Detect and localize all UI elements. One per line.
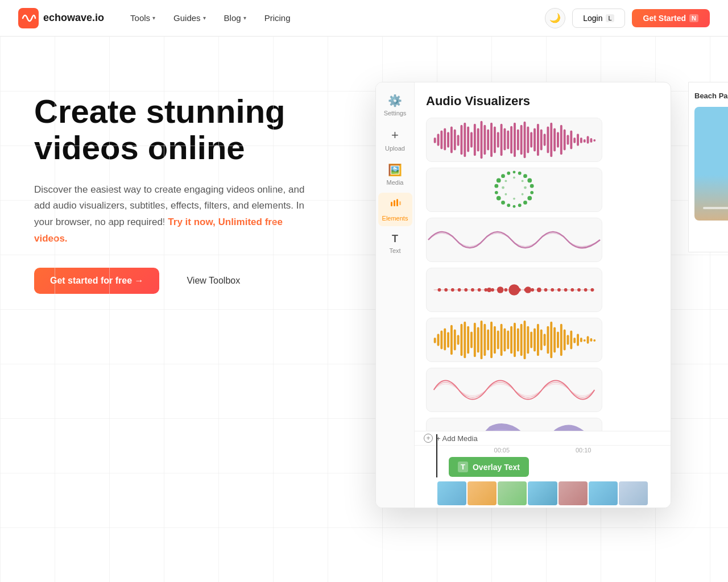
svg-rect-16 — [467, 127, 469, 152]
svg-point-98 — [544, 288, 548, 292]
visualizer-card-waveform[interactable] — [426, 318, 602, 362]
svg-rect-124 — [477, 327, 479, 353]
svg-point-79 — [502, 186, 504, 189]
svg-point-74 — [522, 180, 524, 182]
visualizer-card-bars[interactable]: /* bars rendered below */ — [426, 118, 602, 162]
logo-text: echowave.io — [43, 12, 104, 24]
svg-point-104 — [584, 288, 588, 292]
svg-rect-114 — [444, 329, 446, 351]
chevron-down-icon: ▾ — [203, 15, 206, 21]
svg-rect-17 — [470, 132, 473, 147]
svg-point-62 — [523, 201, 527, 205]
svg-rect-41 — [550, 123, 552, 157]
svg-rect-5 — [399, 201, 401, 205]
visualizer-card-circle[interactable] — [426, 168, 602, 212]
nav-tools[interactable]: Tools ▾ — [122, 9, 163, 27]
photo-thumb-7 — [619, 481, 648, 505]
get-started-button[interactable]: Get Started N — [632, 9, 710, 27]
svg-point-109 — [487, 288, 491, 292]
svg-point-77 — [513, 198, 515, 200]
svg-point-108 — [525, 286, 532, 293]
svg-rect-8 — [440, 130, 442, 149]
svg-rect-116 — [450, 325, 453, 355]
svg-rect-130 — [497, 330, 499, 349]
svg-rect-149 — [560, 324, 562, 356]
svg-rect-39 — [544, 134, 546, 146]
svg-rect-52 — [587, 136, 589, 144]
nav-blog[interactable]: Blog ▾ — [216, 9, 254, 27]
svg-point-67 — [497, 196, 501, 201]
svg-rect-4 — [396, 199, 398, 206]
svg-point-63 — [518, 203, 522, 207]
svg-point-70 — [497, 178, 501, 183]
logo-link[interactable]: echowave.io — [18, 8, 104, 28]
svg-rect-151 — [567, 335, 569, 345]
theme-toggle-button[interactable]: 🌙 — [545, 8, 565, 28]
svg-rect-3 — [394, 200, 395, 206]
svg-rect-121 — [467, 326, 469, 354]
add-media-button[interactable]: + + Add Media — [415, 431, 671, 445]
logo-icon — [18, 8, 39, 28]
svg-rect-11 — [450, 127, 453, 153]
nav-pricing[interactable]: Pricing — [257, 9, 299, 27]
svg-point-86 — [464, 288, 468, 292]
svg-rect-14 — [460, 125, 462, 155]
text-icon: T — [392, 233, 398, 245]
svg-rect-115 — [447, 332, 449, 347]
sidebar-item-media[interactable]: 🖼️ Media — [378, 159, 412, 190]
login-button[interactable]: Login L — [572, 9, 624, 28]
svg-rect-30 — [514, 123, 516, 157]
svg-rect-22 — [487, 129, 489, 150]
visualizer-card-loops[interactable] — [426, 368, 602, 412]
svg-point-56 — [518, 172, 522, 175]
settings-icon: ⚙️ — [388, 94, 402, 107]
svg-point-88 — [478, 288, 481, 292]
overlay-text-chip[interactable]: T Overlay Text — [449, 457, 529, 477]
svg-rect-54 — [593, 139, 595, 142]
svg-point-99 — [551, 288, 554, 292]
svg-rect-6 — [434, 138, 436, 143]
svg-rect-18 — [474, 124, 476, 156]
svg-point-110 — [537, 288, 541, 292]
svg-point-84 — [451, 288, 454, 292]
nav-actions: 🌙 Login L Get Started N — [545, 8, 710, 28]
svg-rect-147 — [553, 327, 556, 353]
overlay-text-icon: T — [458, 462, 468, 472]
photo-thumb-2 — [468, 481, 497, 505]
sidebar-item-text[interactable]: T Text — [378, 228, 412, 259]
svg-rect-126 — [483, 324, 486, 356]
visualizer-grid: /* bars rendered below */ — [426, 118, 659, 452]
svg-point-65 — [507, 203, 510, 207]
svg-rect-125 — [481, 321, 483, 359]
svg-rect-136 — [517, 329, 519, 352]
svg-rect-153 — [573, 338, 576, 343]
photo-thumb-3 — [498, 481, 527, 505]
visualizer-card-wave[interactable] — [426, 218, 602, 262]
nav-guides[interactable]: Guides ▾ — [166, 9, 214, 27]
sidebar-item-elements[interactable]: Elements — [378, 193, 412, 226]
svg-rect-137 — [520, 324, 523, 356]
svg-rect-159 — [593, 339, 595, 342]
svg-point-68 — [495, 191, 498, 194]
svg-point-106 — [508, 284, 519, 295]
svg-rect-131 — [500, 324, 503, 356]
svg-rect-134 — [510, 326, 512, 354]
svg-rect-113 — [440, 330, 442, 349]
svg-rect-119 — [460, 324, 462, 356]
timeline-mark-5s: 00:05 — [485, 447, 519, 454]
svg-rect-111 — [434, 338, 436, 343]
sidebar-item-upload[interactable]: + Upload — [378, 123, 412, 156]
svg-point-64 — [513, 205, 516, 208]
sidebar-item-settings[interactable]: ⚙️ Settings — [378, 89, 412, 121]
svg-rect-13 — [457, 135, 460, 146]
svg-rect-155 — [580, 338, 582, 342]
svg-point-103 — [577, 288, 581, 292]
photo-thumb-5 — [559, 481, 588, 505]
visualizer-card-dots[interactable] — [426, 268, 602, 312]
svg-rect-144 — [544, 334, 546, 346]
svg-point-80 — [504, 180, 507, 182]
svg-rect-47 — [570, 130, 572, 149]
svg-rect-10 — [447, 132, 449, 147]
svg-point-58 — [527, 178, 532, 183]
svg-rect-43 — [557, 132, 559, 147]
